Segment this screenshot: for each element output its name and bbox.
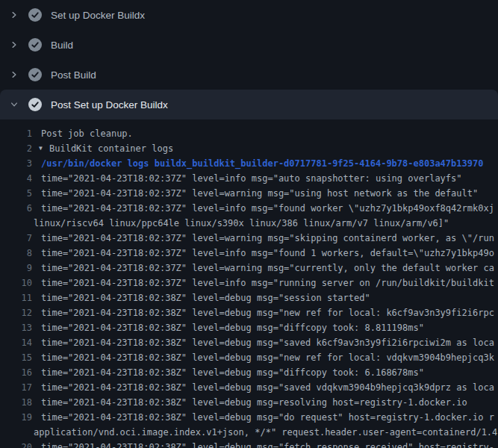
- check-circle-icon: [28, 68, 42, 81]
- log-row: 1 Post job cleanup.: [0, 126, 498, 141]
- log-text: time="2021-04-23T18:02:37Z" level=info m…: [32, 171, 462, 186]
- log-text: /usr/bin/docker logs buildx_buildkit_bui…: [32, 156, 483, 171]
- log-row: 18 time="2021-04-23T18:02:38Z" level=deb…: [0, 395, 498, 410]
- log-row: 11 time="2021-04-23T18:02:38Z" level=deb…: [0, 290, 498, 305]
- line-number[interactable]: 15: [0, 350, 32, 365]
- actions-log-viewer: Set up Docker Buildx Build Post Build: [0, 0, 498, 448]
- group-toggle-icon[interactable]: ▼: [39, 141, 46, 156]
- log-text: time="2021-04-23T18:02:38Z" level=debug …: [32, 380, 494, 395]
- log-row: 17 time="2021-04-23T18:02:38Z" level=deb…: [0, 380, 498, 395]
- log-text: time="2021-04-23T18:02:37Z" level=warnin…: [32, 186, 478, 201]
- line-number[interactable]: 6: [0, 201, 32, 216]
- line-number[interactable]: 14: [0, 335, 32, 350]
- line-number[interactable]: 12: [0, 305, 32, 320]
- log-row: 5 time="2021-04-23T18:02:37Z" level=warn…: [0, 186, 498, 201]
- log-row: 6 time="2021-04-23T18:02:37Z" level=info…: [0, 201, 498, 216]
- line-number[interactable]: 18: [0, 395, 32, 410]
- log-text: time="2021-04-23T18:02:38Z" level=debug …: [32, 350, 494, 365]
- log-text: time="2021-04-23T18:02:38Z" level=debug …: [32, 365, 424, 380]
- log-text: linux/riscv64 linux/ppc64le linux/s390x …: [32, 216, 449, 231]
- line-number[interactable]: 13: [0, 320, 32, 335]
- line-number[interactable]: 8: [0, 246, 32, 261]
- step-row[interactable]: Build: [0, 30, 498, 60]
- log-text: time="2021-04-23T18:02:37Z" level=warnin…: [32, 261, 494, 276]
- log-row: 2 ▼BuildKit container logs: [0, 141, 498, 156]
- log-row: 20 time="2021-04-23T18:02:38Z" level=deb…: [0, 440, 498, 448]
- log-row: 13 time="2021-04-23T18:02:38Z" level=deb…: [0, 320, 498, 335]
- log-text: time="2021-04-23T18:02:38Z" level=debug …: [32, 410, 494, 425]
- line-number: [0, 425, 32, 440]
- log-text: time="2021-04-23T18:02:38Z" level=debug …: [32, 395, 467, 410]
- log-row: application/vnd.oci.image.index.v1+json,…: [0, 425, 498, 440]
- log-row: 14 time="2021-04-23T18:02:38Z" level=deb…: [0, 335, 498, 350]
- steps-list: Set up Docker Buildx Build Post Build: [0, 0, 498, 119]
- log-text: time="2021-04-23T18:02:37Z" level=warnin…: [32, 231, 494, 246]
- step-label: Build: [51, 40, 73, 51]
- log-row: 12 time="2021-04-23T18:02:38Z" level=deb…: [0, 305, 498, 320]
- chevron-right-icon[interactable]: [9, 40, 19, 50]
- log-row: 19 time="2021-04-23T18:02:38Z" level=deb…: [0, 410, 498, 425]
- step-row[interactable]: Post Set up Docker Buildx: [0, 90, 498, 119]
- log-text: time="2021-04-23T18:02:38Z" level=debug …: [32, 320, 424, 335]
- log-text: time="2021-04-23T18:02:38Z" level=debug …: [32, 335, 494, 350]
- line-number[interactable]: 9: [0, 261, 32, 276]
- step-label: Set up Docker Buildx: [51, 10, 145, 21]
- log-row: linux/riscv64 linux/ppc64le linux/s390x …: [0, 216, 498, 231]
- line-number[interactable]: 7: [0, 231, 32, 246]
- log-text: time="2021-04-23T18:02:38Z" level=debug …: [32, 290, 370, 305]
- chevron-right-icon[interactable]: [9, 69, 19, 80]
- line-number[interactable]: 16: [0, 365, 32, 380]
- line-number[interactable]: 19: [0, 410, 32, 425]
- log-text: application/vnd.oci.image.index.v1+json,…: [32, 425, 497, 440]
- log-text: time="2021-04-23T18:02:37Z" level=info m…: [32, 246, 494, 261]
- log-row: 16 time="2021-04-23T18:02:38Z" level=deb…: [0, 365, 498, 380]
- log-row: 7 time="2021-04-23T18:02:37Z" level=warn…: [0, 231, 498, 246]
- chevron-down-icon[interactable]: [9, 99, 19, 110]
- step-row[interactable]: Post Build: [0, 60, 498, 90]
- log-text: Post job cleanup.: [32, 126, 133, 141]
- log-text: time="2021-04-23T18:02:37Z" level=info m…: [32, 276, 494, 290]
- log-text: time="2021-04-23T18:02:38Z" level=debug …: [32, 440, 494, 448]
- log-row: 9 time="2021-04-23T18:02:37Z" level=warn…: [0, 261, 498, 276]
- line-number[interactable]: 3: [0, 156, 32, 171]
- chevron-right-icon[interactable]: [9, 10, 19, 20]
- line-number[interactable]: 1: [0, 126, 32, 141]
- line-number[interactable]: 4: [0, 171, 32, 186]
- line-number[interactable]: 20: [0, 440, 32, 448]
- line-number: [0, 216, 32, 231]
- log-text: time="2021-04-23T18:02:37Z" level=info m…: [32, 201, 494, 216]
- check-circle-icon: [28, 38, 42, 52]
- line-number[interactable]: 2: [0, 141, 32, 156]
- log-row: 3 /usr/bin/docker logs buildx_buildkit_b…: [0, 156, 498, 171]
- step-label: Post Build: [51, 69, 96, 81]
- line-number[interactable]: 11: [0, 290, 32, 305]
- line-number[interactable]: 10: [0, 276, 32, 290]
- group-label: BuildKit container logs: [49, 141, 173, 156]
- line-number[interactable]: 17: [0, 380, 32, 395]
- log-row: 8 time="2021-04-23T18:02:37Z" level=info…: [0, 246, 498, 261]
- log-text[interactable]: ▼BuildKit container logs: [32, 141, 173, 156]
- log-row: 15 time="2021-04-23T18:02:38Z" level=deb…: [0, 350, 498, 365]
- step-row[interactable]: Set up Docker Buildx: [0, 0, 498, 30]
- log-area: 1 Post job cleanup. 2 ▼BuildKit containe…: [0, 119, 498, 448]
- log-text: time="2021-04-23T18:02:38Z" level=debug …: [32, 305, 494, 320]
- check-circle-icon: [28, 98, 42, 111]
- log-row: 10 time="2021-04-23T18:02:37Z" level=inf…: [0, 276, 498, 290]
- log-row: 4 time="2021-04-23T18:02:37Z" level=info…: [0, 171, 498, 186]
- line-number[interactable]: 5: [0, 186, 32, 201]
- check-circle-icon: [28, 8, 42, 22]
- step-label: Post Set up Docker Buildx: [51, 99, 168, 111]
